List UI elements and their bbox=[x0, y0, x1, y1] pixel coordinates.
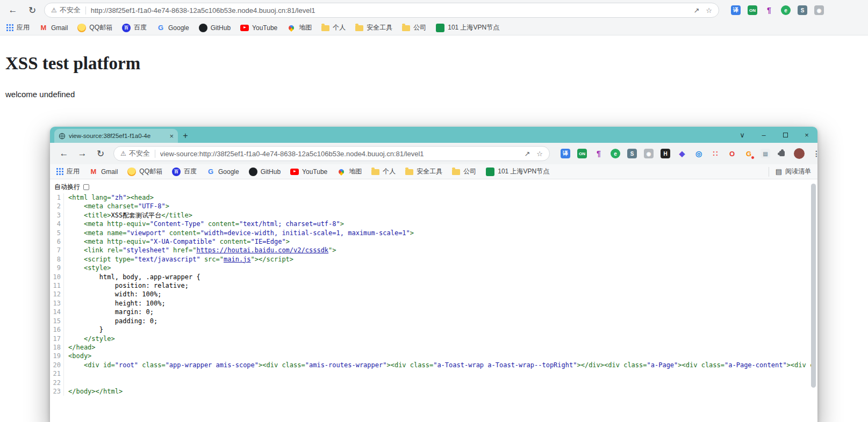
vertical-scrollbar[interactable] bbox=[811, 184, 816, 388]
pilcrow-tool-icon[interactable]: ¶ bbox=[594, 149, 604, 158]
screenshot-tool-icon[interactable]: ◉ bbox=[644, 149, 654, 158]
popup-not-secure-icon: ⚠ bbox=[120, 150, 126, 157]
popup-forward-button[interactable]: → bbox=[75, 146, 90, 161]
bookmark-qqmail[interactable]: QQ邮箱 bbox=[127, 167, 162, 176]
line-number: 19 bbox=[50, 352, 64, 360]
line-number: 4 bbox=[50, 220, 64, 228]
bookmark-apps[interactable]: 应用 bbox=[6, 23, 30, 32]
line-number: 7 bbox=[50, 246, 64, 254]
bookmark-security-tools-folder[interactable]: 安全工具 bbox=[355, 23, 392, 32]
back-button[interactable]: ← bbox=[5, 3, 20, 18]
bookmark-label: YouTube bbox=[252, 24, 277, 32]
evernote-clipper-icon[interactable]: e bbox=[611, 149, 620, 158]
new-tab-button[interactable]: + bbox=[178, 129, 193, 143]
chevron-down-icon[interactable]: ∨ bbox=[731, 127, 753, 143]
line-number: 12 bbox=[50, 290, 64, 299]
bookmark-star-icon[interactable]: ☆ bbox=[706, 6, 712, 14]
bookmark-youtube[interactable]: YouTube bbox=[290, 168, 327, 176]
bookmark-security-tools-folder[interactable]: 安全工具 bbox=[405, 167, 442, 176]
source-line: 7 <link rel="stylesheet" href="https://h… bbox=[50, 246, 817, 254]
translate-icon[interactable]: 译 bbox=[731, 5, 741, 15]
youtube-icon bbox=[240, 25, 249, 31]
s-tool-icon[interactable]: S bbox=[627, 149, 637, 158]
proxy-on-icon[interactable]: ON bbox=[577, 149, 587, 158]
reading-list-button[interactable]: ▤阅读清单 bbox=[769, 167, 811, 177]
popup-bookmark-star-icon[interactable]: ☆ bbox=[536, 150, 543, 158]
source-code: html, body, .app-wrapper { bbox=[64, 273, 200, 281]
tab-title: view-source:38f25ef1-f1a0-4e bbox=[69, 133, 166, 139]
source-link[interactable]: https://houtai.baidu.com/v2/csssdk bbox=[196, 246, 328, 254]
bookmark-baidu[interactable]: 百百度 bbox=[172, 167, 197, 176]
line-wrap-checkbox[interactable] bbox=[83, 184, 89, 190]
ring-tool-icon[interactable]: ◎ bbox=[694, 149, 704, 158]
bookmark-github[interactable]: GitHub bbox=[199, 24, 231, 32]
bookmark-company-folder[interactable]: 公司 bbox=[452, 167, 476, 176]
grid-tool-icon[interactable]: ∷ bbox=[711, 149, 720, 158]
bookmark-personal-folder[interactable]: 个人 bbox=[321, 23, 346, 32]
s-tool-icon[interactable]: S bbox=[798, 5, 807, 15]
popup-back-button[interactable]: ← bbox=[56, 146, 71, 161]
popup-share-icon[interactable]: ↗ bbox=[524, 150, 530, 158]
bookmark-label: 百度 bbox=[184, 167, 197, 176]
line-number: 9 bbox=[50, 264, 64, 272]
popup-address-bar[interactable]: ⚠ 不安全 view-source:http://38f25ef1-f1a0-4… bbox=[113, 146, 550, 161]
translate-icon[interactable]: 译 bbox=[561, 149, 570, 158]
bookmark-maps[interactable]: 地图 bbox=[287, 23, 312, 32]
bookmark-gmail[interactable]: MGmail bbox=[39, 24, 68, 32]
github-icon bbox=[199, 24, 207, 32]
bookmark-company-folder[interactable]: 公司 bbox=[402, 23, 426, 32]
source-code: <body> bbox=[64, 352, 91, 360]
bookmark-google[interactable]: GGoogle bbox=[156, 24, 189, 32]
main-address-bar[interactable]: ⚠ 不安全 http://38f25ef1-f1a0-4e74-8638-12a… bbox=[44, 3, 719, 18]
bookmark-personal-folder[interactable]: 个人 bbox=[371, 167, 396, 176]
view-source-tab[interactable]: view-source:38f25ef1-f1a0-4e × bbox=[54, 129, 178, 143]
bookmark-label: 安全工具 bbox=[417, 167, 442, 176]
bookmark-label: 个人 bbox=[383, 167, 396, 176]
extensions-puzzle-icon[interactable] bbox=[777, 149, 787, 158]
refresh-button[interactable]: ↻ bbox=[25, 3, 40, 18]
source-code: <meta http-equiv="X-UA-Compatible" conte… bbox=[64, 237, 290, 246]
source-link[interactable]: main.js bbox=[224, 256, 251, 263]
source-code: <meta name="viewport" content="width=dev… bbox=[64, 229, 414, 237]
bookmark-shanghai-vpn-node[interactable]: 101 上海VPN节点 bbox=[486, 167, 549, 176]
github-icon bbox=[249, 168, 257, 176]
notification-badge bbox=[751, 156, 755, 159]
browser-menu-icon[interactable]: ⋮ bbox=[812, 149, 817, 158]
source-line: 8 <script type="text/javascript" src="ma… bbox=[50, 255, 817, 264]
bookmark-apps[interactable]: 应用 bbox=[56, 167, 80, 176]
source-code: </style> bbox=[64, 334, 115, 343]
bookmark-label: Gmail bbox=[101, 168, 118, 176]
profile-avatar-icon[interactable] bbox=[794, 148, 805, 159]
evernote-clipper-icon[interactable]: e bbox=[781, 5, 791, 15]
g-tool-icon[interactable]: G bbox=[744, 149, 754, 158]
bookmark-label: QQ邮箱 bbox=[139, 167, 162, 176]
pilcrow-tool-icon[interactable]: ¶ bbox=[764, 5, 774, 15]
source-line: 17 </style> bbox=[50, 334, 817, 343]
notebook-tool-icon[interactable]: ▤ bbox=[761, 149, 770, 158]
bookmark-qqmail[interactable]: QQ邮箱 bbox=[77, 23, 112, 32]
line-number: 13 bbox=[50, 299, 64, 308]
bookmark-shanghai-vpn-node[interactable]: 101 上海VPN节点 bbox=[436, 23, 499, 32]
h-tool-icon[interactable]: H bbox=[661, 149, 670, 158]
bookmark-baidu[interactable]: 百百度 bbox=[122, 23, 147, 32]
maximize-button[interactable] bbox=[774, 127, 796, 143]
popup-refresh-button[interactable]: ↻ bbox=[93, 146, 108, 161]
bookmark-maps[interactable]: 地图 bbox=[337, 167, 362, 176]
source-code: <meta charset="UTF-8"> bbox=[64, 202, 169, 210]
share-icon[interactable]: ↗ bbox=[693, 6, 699, 14]
diamond-tool-icon[interactable]: ◆ bbox=[677, 149, 687, 158]
line-number: 22 bbox=[50, 379, 64, 387]
bookmark-youtube[interactable]: YouTube bbox=[240, 24, 277, 32]
tab-close-icon[interactable]: × bbox=[169, 132, 174, 140]
bookmark-label: 101 上海VPN节点 bbox=[448, 23, 499, 32]
screenshot-tool-icon[interactable]: ◉ bbox=[814, 5, 824, 15]
not-secure-icon: ⚠ bbox=[51, 6, 57, 14]
bookmark-gmail[interactable]: MGmail bbox=[89, 168, 118, 176]
minimize-button[interactable]: – bbox=[753, 127, 774, 143]
opera-tool-icon[interactable]: O bbox=[727, 149, 737, 158]
proxy-on-icon[interactable]: ON bbox=[748, 5, 757, 15]
popup-bookmarks-bar: 应用MGmailQQ邮箱百百度GGoogleGitHubYouTube地图个人安… bbox=[50, 164, 817, 179]
close-button[interactable]: × bbox=[796, 127, 817, 143]
bookmark-github[interactable]: GitHub bbox=[249, 168, 281, 176]
bookmark-google[interactable]: GGoogle bbox=[206, 168, 239, 176]
